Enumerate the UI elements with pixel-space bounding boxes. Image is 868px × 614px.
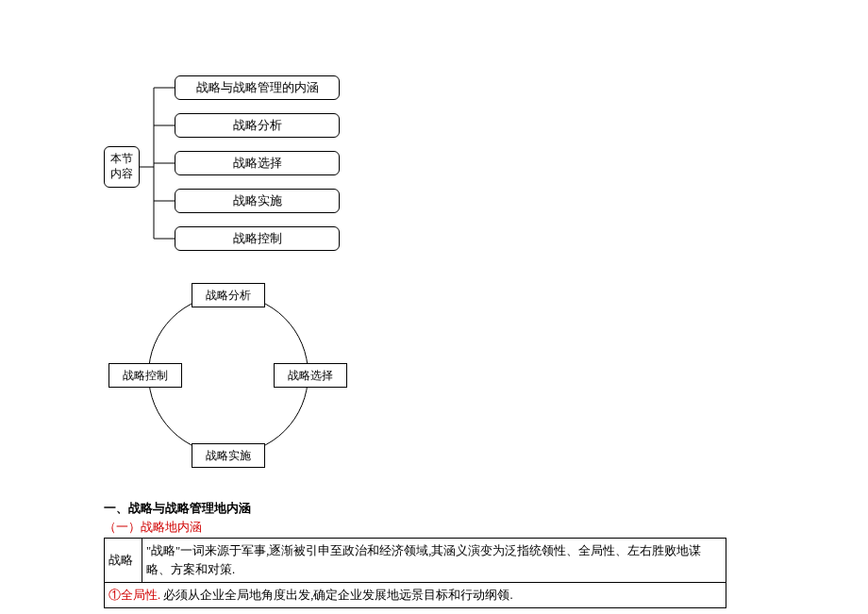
row1-label-text: 战略 [108, 554, 133, 567]
table-row1-label: 战略 [105, 539, 142, 583]
section-heading: 一、战略与战略管理地内涵 [104, 500, 868, 517]
tree-leaf-4: 战略实施 [175, 189, 340, 213]
tree-root-box: 本节 内容 [104, 146, 140, 188]
section-heading-text: 一、战略与战略管理地内涵 [104, 501, 251, 515]
table-row: 战略 "战略"一词来源于军事,逐渐被引申至政治和经济领域,其涵义演变为泛指统领性… [105, 539, 726, 583]
subsection-heading: （一）战略地内涵 [104, 519, 868, 536]
tree-leaf-1-label: 战略与战略管理的内涵 [196, 79, 319, 96]
tree-leaf-5-label: 战略控制 [233, 230, 282, 247]
cycle-bottom-label: 战略实施 [206, 448, 251, 464]
tree-leaf-4-label: 战略实施 [233, 192, 282, 209]
tree-leaf-2: 战略分析 [175, 113, 340, 138]
subsection-heading-text: （一）战略地内涵 [104, 520, 202, 534]
tree-leaf-2-label: 战略分析 [233, 117, 282, 134]
cycle-right-label: 战略选择 [288, 368, 333, 384]
row1-content-text: "战略"一词来源于军事,逐渐被引申至政治和经济领域,其涵义演变为泛指统领性、全局… [146, 544, 701, 576]
cycle-top-label: 战略分析 [206, 288, 251, 304]
tree-leaf-5: 战略控制 [175, 226, 340, 251]
row2-content-text: 必须从企业全局地角度出发,确定企业发展地远景目标和行动纲领. [163, 589, 512, 602]
cycle-left-label: 战略控制 [123, 368, 168, 384]
table-row2-content: ①全局性. 必须从企业全局地角度出发,确定企业发展地远景目标和行动纲领. [105, 583, 726, 608]
tree-leaf-1: 战略与战略管理的内涵 [175, 75, 340, 100]
cycle-box-bottom: 战略实施 [192, 443, 265, 468]
cycle-box-right: 战略选择 [274, 363, 347, 388]
tree-connector-lines [140, 75, 177, 264]
tree-leaf-3-label: 战略选择 [233, 155, 282, 172]
table-row1-content: "战略"一词来源于军事,逐渐被引申至政治和经济领域,其涵义演变为泛指统领性、全局… [142, 539, 726, 583]
tree-leaf-3: 战略选择 [175, 151, 340, 175]
tree-root-label: 本节 内容 [110, 152, 133, 181]
cycle-diagram: 战略分析 战略选择 战略实施 战略控制 [104, 274, 349, 476]
tree-diagram: 本节 内容 战略与战略管理的内涵 战略分析 战略选择 战略实施 战略控制 [104, 75, 349, 264]
definition-table: 战略 "战略"一词来源于军事,逐渐被引申至政治和经济领域,其涵义演变为泛指统领性… [104, 538, 726, 608]
table-row: ①全局性. 必须从企业全局地角度出发,确定企业发展地远景目标和行动纲领. [105, 583, 726, 608]
cycle-box-left: 战略控制 [108, 363, 182, 388]
cycle-box-top: 战略分析 [192, 283, 265, 307]
row2-red-text: ①全局性. [108, 589, 160, 602]
